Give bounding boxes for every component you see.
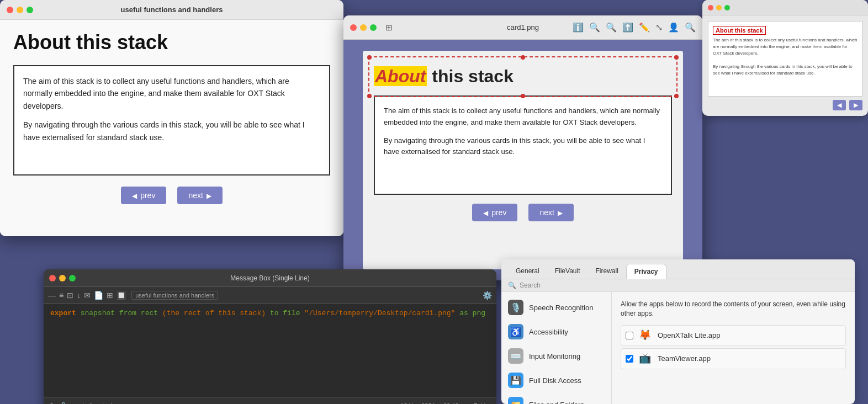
thumb-next-button[interactable]: ▶ bbox=[849, 100, 862, 110]
privacy-search-bar: 🔍 Search bbox=[501, 279, 855, 292]
preview-titlebar: ⊞ card1.png ℹ️ 🔍 🔍 ⬆️ ✏️ ⤡ 👤 🔍 bbox=[343, 15, 702, 40]
privacy-item-files-folders[interactable]: 📁 Files and Folders bbox=[501, 392, 611, 404]
toolbar-icon-3[interactable]: ⊡ bbox=[67, 291, 73, 300]
thumb-card-text: The aim of this stack is to collect any … bbox=[713, 37, 858, 77]
toolbar-icon-1[interactable]: — bbox=[48, 291, 56, 300]
status-type: Folder bbox=[474, 402, 491, 405]
search-icon[interactable]: 🔍 bbox=[685, 22, 696, 33]
checkbox-openxtalk[interactable] bbox=[626, 332, 633, 339]
stack-window-title: useful functions and handlers bbox=[121, 6, 223, 14]
share-icon[interactable]: ⬆️ bbox=[622, 22, 633, 33]
files-folders-label: Files and Folders bbox=[529, 401, 584, 405]
lock-icon: 🔒 bbox=[60, 402, 67, 404]
settings-icon[interactable]: ⚙️ bbox=[483, 291, 492, 300]
min-thumb[interactable] bbox=[716, 5, 722, 10]
files-folders-icon: 📁 bbox=[508, 397, 523, 404]
msg-body[interactable]: export snapshot from rect (the rect of t… bbox=[44, 304, 496, 397]
preview-card-nav: prev next bbox=[374, 204, 672, 221]
privacy-tabs: General FileVault Firewall Privacy bbox=[501, 259, 855, 279]
close-button-stack[interactable] bbox=[7, 7, 13, 13]
thumb-prev-button[interactable]: ◀ bbox=[833, 100, 846, 110]
handle-tr bbox=[674, 55, 679, 60]
thumb-titlebar bbox=[702, 0, 868, 15]
privacy-item-accessibility[interactable]: ♿ Accessibility bbox=[501, 320, 611, 344]
tab-firewall[interactable]: Firewall bbox=[588, 264, 626, 279]
privacy-description: Allow the apps below to record the conte… bbox=[621, 300, 846, 318]
preview-prev-icon bbox=[483, 208, 488, 217]
window-thumbnail: About this stack The aim of this stack i… bbox=[702, 0, 868, 116]
input-monitoring-icon: ⌨️ bbox=[508, 348, 523, 364]
edit-icon[interactable]: ✏️ bbox=[639, 22, 650, 33]
traffic-lights-preview bbox=[350, 24, 377, 31]
privacy-item-input-monitoring[interactable]: ⌨️ Input Monitoring bbox=[501, 344, 611, 368]
code-args: (the rect of this stack) bbox=[162, 309, 266, 317]
handle-tl bbox=[367, 55, 372, 60]
speech-label: Speech Recognition bbox=[529, 304, 593, 312]
max-msg[interactable] bbox=[69, 275, 76, 281]
maximize-button-preview[interactable] bbox=[370, 24, 377, 31]
preview-para-2: By navigating through the various cards … bbox=[384, 135, 662, 158]
close-button-preview[interactable] bbox=[350, 24, 357, 31]
toolbar-icon-8[interactable]: 🔲 bbox=[117, 291, 126, 300]
prev-label: prev bbox=[140, 191, 155, 200]
code-path: "/Users/tomperry/Desktop/card1.png" bbox=[304, 309, 455, 317]
preview-prev-label: prev bbox=[491, 208, 506, 217]
minimize-button-stack[interactable] bbox=[17, 7, 23, 13]
teamviewer-app-icon: 📺 bbox=[639, 352, 652, 365]
close-msg[interactable] bbox=[49, 275, 56, 281]
msg-statusbar: ⊙ 🔒 controller-stack-mac 13 Nov 2024 at … bbox=[44, 397, 496, 404]
privacy-item-full-disk[interactable]: 💾 Full Disk Access bbox=[501, 368, 611, 392]
window-stack: useful functions and handlers About this… bbox=[0, 0, 343, 236]
teamviewer-app-name: TeamViewer.app bbox=[658, 354, 711, 363]
app-row-teamviewer: 📺 TeamViewer.app bbox=[621, 348, 846, 369]
openxtalk-app-icon: 🦊 bbox=[639, 329, 652, 342]
stack-text-box: The aim of this stack is to collect any … bbox=[13, 65, 330, 176]
msg-window-title: Message Box (Single Line) bbox=[230, 274, 309, 282]
preview-next-label: next bbox=[539, 208, 554, 217]
app-row-openxtalk: 🦊 OpenXTalk Lite.app bbox=[621, 325, 846, 346]
search-icon-privacy: 🔍 bbox=[508, 281, 516, 289]
preview-next-button[interactable]: next bbox=[528, 204, 573, 221]
preview-card: About this stack The aim of this stack i… bbox=[363, 51, 683, 269]
stack-prev-button[interactable]: prev bbox=[121, 187, 166, 204]
status-icon-1: ⊙ bbox=[49, 402, 54, 404]
accessibility-label: Accessibility bbox=[529, 328, 568, 336]
handle-br bbox=[674, 94, 679, 98]
preview-prev-button[interactable]: prev bbox=[472, 204, 517, 221]
toolbar-icon-5[interactable]: ✉ bbox=[84, 291, 91, 300]
speech-icon: 🎙️ bbox=[508, 300, 523, 315]
full-disk-icon: 💾 bbox=[508, 373, 523, 388]
traffic-lights-stack bbox=[7, 7, 33, 13]
tab-privacy[interactable]: Privacy bbox=[626, 264, 666, 279]
person-icon[interactable]: 👤 bbox=[668, 22, 679, 33]
stack-next-button[interactable]: next bbox=[177, 187, 222, 204]
preview-card-textbox: The aim of this stack is to collect any … bbox=[374, 95, 672, 195]
search-placeholder[interactable]: Search bbox=[520, 281, 541, 289]
window-message-box: Message Box (Single Line) — ≡ ⊡ ↓ ✉ 📄 ⊞ … bbox=[44, 269, 496, 404]
toolbar-icon-6[interactable]: 📄 bbox=[94, 291, 103, 300]
accessibility-icon: ♿ bbox=[508, 324, 523, 339]
tab-general[interactable]: General bbox=[508, 264, 547, 279]
min-msg[interactable] bbox=[59, 275, 66, 281]
heading-plain: this stack bbox=[432, 66, 514, 86]
max-thumb[interactable] bbox=[724, 5, 730, 10]
toolbar-icon-4[interactable]: ↓ bbox=[77, 291, 81, 300]
privacy-sidebar: 🎙️ Speech Recognition ♿ Accessibility ⌨️… bbox=[501, 292, 612, 404]
msg-titlebar: Message Box (Single Line) bbox=[44, 269, 496, 287]
maximize-button-stack[interactable] bbox=[27, 7, 33, 13]
minimize-button-preview[interactable] bbox=[360, 24, 367, 31]
tab-filevault[interactable]: FileVault bbox=[547, 264, 588, 279]
stack-titlebar: useful functions and handlers bbox=[0, 0, 343, 20]
toolbar-icon-2[interactable]: ≡ bbox=[59, 291, 63, 300]
expand-icon[interactable]: ⤡ bbox=[655, 22, 663, 33]
close-thumb[interactable] bbox=[708, 5, 713, 10]
window-privacy: General FileVault Firewall Privacy 🔍 Sea… bbox=[501, 259, 855, 404]
sidebar-toggle-icon[interactable]: ⊞ bbox=[385, 23, 393, 33]
stack-para-1: The aim of this stack is to collect any … bbox=[23, 75, 320, 112]
zoom-out-icon[interactable]: 🔍 bbox=[589, 22, 600, 33]
toolbar-icon-7[interactable]: ⊞ bbox=[107, 291, 113, 300]
info-icon[interactable]: ℹ️ bbox=[573, 22, 584, 33]
privacy-item-speech[interactable]: 🎙️ Speech Recognition bbox=[501, 295, 611, 320]
checkbox-teamviewer[interactable] bbox=[626, 355, 633, 363]
zoom-in-icon[interactable]: 🔍 bbox=[606, 22, 617, 33]
